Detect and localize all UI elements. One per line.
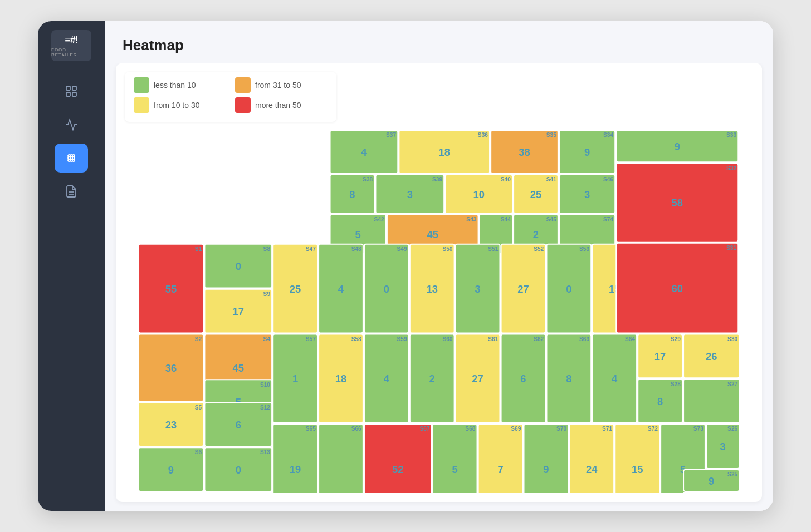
svg-text:3: 3 [407, 189, 413, 200]
svg-text:38: 38 [519, 146, 530, 158]
svg-text:24: 24 [586, 464, 598, 475]
svg-text:S42: S42 [374, 216, 384, 223]
legend-label-yellow: from 10 to 30 [154, 101, 200, 110]
svg-text:S2: S2 [195, 336, 202, 342]
svg-text:S48: S48 [351, 246, 361, 252]
svg-text:4: 4 [612, 373, 618, 385]
svg-text:10: 10 [473, 189, 484, 200]
svg-text:5: 5 [452, 464, 458, 475]
svg-text:S10: S10 [260, 382, 270, 388]
svg-text:S36: S36 [478, 132, 488, 138]
svg-text:S65: S65 [306, 426, 316, 432]
svg-text:45: 45 [233, 362, 244, 374]
svg-text:S39: S39 [432, 176, 442, 183]
svg-text:18: 18 [438, 146, 450, 158]
svg-text:S49: S49 [397, 246, 407, 252]
svg-text:S62: S62 [534, 336, 544, 342]
svg-rect-1 [72, 86, 76, 90]
svg-text:60: 60 [672, 283, 683, 294]
svg-text:S60: S60 [442, 336, 452, 342]
sidebar: ≡#! FOOD RETAILER [38, 21, 105, 511]
svg-text:0: 0 [236, 464, 241, 476]
svg-text:9: 9 [675, 141, 680, 152]
svg-text:S73: S73 [693, 426, 703, 432]
svg-text:8: 8 [566, 373, 571, 385]
svg-text:S72: S72 [648, 426, 658, 432]
svg-text:4: 4 [361, 146, 367, 158]
svg-text:S28: S28 [671, 381, 681, 387]
svg-text:45: 45 [427, 229, 438, 240]
legend-swatch-yellow [134, 97, 149, 113]
svg-text:S74: S74 [603, 216, 613, 223]
svg-text:S37: S37 [386, 132, 396, 138]
svg-text:9: 9 [709, 475, 714, 487]
svg-text:S30: S30 [727, 336, 737, 342]
svg-text:S8: S8 [263, 246, 271, 252]
svg-text:S40: S40 [501, 176, 511, 183]
svg-text:S9: S9 [263, 291, 271, 297]
svg-text:S46: S46 [603, 176, 613, 183]
svg-text:2: 2 [429, 373, 435, 385]
svg-text:S25: S25 [727, 471, 737, 477]
svg-text:7: 7 [497, 464, 503, 475]
nav-documents[interactable] [55, 177, 88, 206]
cell-S65 [273, 424, 317, 493]
svg-text:9: 9 [584, 146, 590, 158]
svg-text:26: 26 [706, 351, 717, 362]
svg-text:6: 6 [520, 373, 526, 385]
svg-text:S57: S57 [306, 336, 316, 342]
logo-text: FOOD RETAILER [51, 47, 91, 57]
svg-text:17: 17 [654, 351, 666, 362]
svg-text:0: 0 [236, 260, 241, 272]
svg-text:52: 52 [392, 464, 403, 475]
svg-text:S6: S6 [195, 449, 202, 455]
nav-analytics[interactable] [55, 110, 88, 139]
svg-text:S45: S45 [546, 216, 556, 223]
svg-rect-0 [66, 86, 70, 90]
legend-item-green: less than 10 [134, 77, 217, 93]
svg-text:2: 2 [533, 229, 539, 240]
legend-swatch-green [134, 77, 149, 93]
svg-text:S4: S4 [263, 336, 271, 342]
svg-text:55: 55 [165, 283, 177, 295]
heatmap-area: less than 10 from 31 to 50 from 10 to 30… [105, 63, 773, 511]
svg-text:S27: S27 [727, 381, 737, 387]
device-frame: ≡#! FOOD RETAILER Heatmap less than 10 [38, 21, 773, 511]
svg-text:4: 4 [384, 373, 390, 385]
svg-text:4: 4 [338, 283, 344, 295]
cell-S14 [204, 492, 272, 493]
nav-heatmap[interactable] [55, 144, 88, 173]
svg-rect-3 [72, 92, 76, 96]
svg-text:25: 25 [290, 283, 301, 295]
svg-text:13: 13 [426, 283, 437, 295]
svg-text:0: 0 [384, 283, 389, 295]
svg-text:27: 27 [472, 373, 483, 385]
svg-text:6: 6 [236, 419, 241, 431]
svg-text:S68: S68 [465, 426, 475, 432]
legend-item-red: more than 50 [235, 97, 319, 113]
legend-swatch-red [235, 97, 251, 113]
svg-text:3: 3 [720, 441, 726, 452]
page-header: Heatmap [105, 21, 773, 63]
svg-text:S13: S13 [260, 449, 270, 455]
svg-text:S29: S29 [671, 336, 681, 342]
svg-text:S35: S35 [546, 132, 556, 138]
legend-swatch-orange [235, 77, 251, 93]
svg-text:3: 3 [475, 283, 480, 295]
svg-text:S52: S52 [534, 246, 544, 252]
svg-text:S63: S63 [579, 336, 589, 342]
svg-text:S44: S44 [501, 216, 511, 223]
cell-S71 [569, 424, 614, 493]
svg-point-12 [70, 157, 72, 159]
nav-dashboard[interactable] [55, 77, 88, 106]
svg-text:18: 18 [335, 373, 346, 385]
svg-text:15: 15 [632, 464, 643, 475]
cell-S24 [683, 492, 739, 493]
svg-text:S32: S32 [726, 165, 736, 171]
svg-text:9: 9 [168, 464, 174, 476]
svg-text:58: 58 [672, 197, 683, 209]
cell-S3 [139, 492, 204, 493]
svg-text:S59: S59 [397, 336, 407, 342]
svg-text:17: 17 [233, 306, 244, 317]
heatmap-container: less than 10 from 31 to 50 from 10 to 30… [116, 63, 762, 502]
